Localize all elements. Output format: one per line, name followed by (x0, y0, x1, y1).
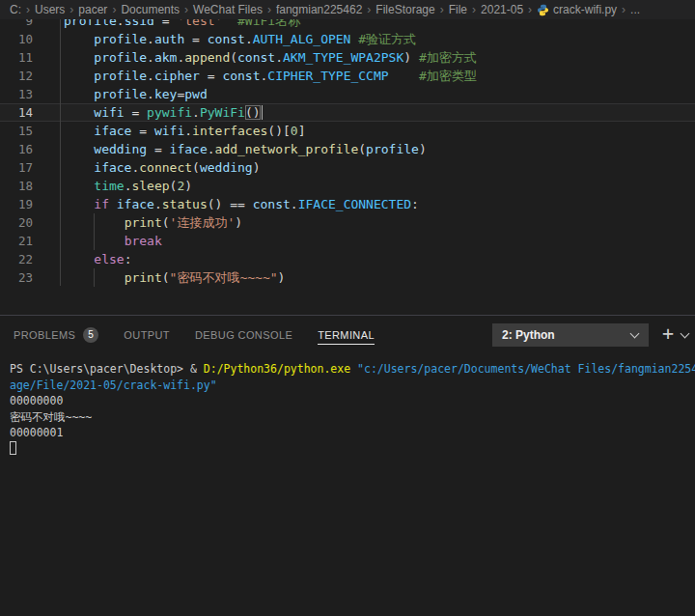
new-terminal-button[interactable]: + (662, 321, 674, 346)
breadcrumb-item[interactable]: Users (35, 3, 65, 16)
problems-count-badge: 5 (83, 327, 98, 343)
code-text: print('连接成功') (64, 213, 242, 232)
breadcrumb-item[interactable]: File (449, 3, 467, 16)
code-text: print("密码不对哦~~~~") (64, 268, 285, 287)
code-line[interactable]: 14 wifi = pywifi.PyWiFi() (0, 103, 695, 122)
chevron-down-icon[interactable] (681, 329, 690, 339)
line-number[interactable]: 17 (0, 158, 33, 177)
terminal-picker-label: 2: Python (502, 328, 555, 342)
line-number[interactable]: 23 (0, 268, 33, 287)
breadcrumb-overflow[interactable]: ... (630, 3, 640, 16)
code-line[interactable]: 19 if iface.status() == const.IFACE_CONN… (0, 195, 695, 213)
line-number[interactable]: 9 (0, 19, 33, 30)
breadcrumb-item[interactable]: Documents (121, 3, 180, 16)
chevron-right-icon: › (107, 3, 121, 16)
code-line[interactable]: 22 else: (0, 250, 695, 268)
bottom-panel: PROBLEMS5OUTPUTDEBUG CONSOLETERMINAL 2: … (0, 315, 695, 616)
code-text: break (64, 232, 162, 250)
line-number[interactable]: 15 (0, 122, 33, 140)
text-cursor (262, 105, 264, 120)
breadcrumb: C:›Users›pacer›Documents›WeChat Files›fa… (0, 0, 695, 19)
line-number[interactable]: 10 (0, 30, 33, 48)
code-line[interactable]: 16 wedding = iface.add_network_profile(p… (0, 140, 695, 158)
panel-tab-label: TERMINAL (318, 325, 375, 345)
terminal-output[interactable]: PS C:\Users\pacer\Desktop> & D:/Python36… (0, 354, 695, 616)
line-number[interactable]: 19 (0, 195, 33, 213)
python-icon (537, 4, 549, 16)
panel-tab-label: PROBLEMS (14, 325, 75, 345)
line-number[interactable]: 21 (0, 232, 33, 250)
panel-tabbar: PROBLEMS5OUTPUTDEBUG CONSOLETERMINAL 2: … (0, 316, 695, 353)
terminal-line: 00000001 (10, 425, 695, 441)
code-text: else: (64, 250, 131, 268)
chevron-right-icon: › (21, 3, 35, 16)
bracket-match: () (245, 105, 261, 120)
breadcrumb-item[interactable]: pacer (78, 3, 107, 16)
line-number[interactable]: 11 (0, 48, 33, 67)
panel-tab-problems[interactable]: PROBLEMS5 (14, 316, 98, 353)
code-line[interactable]: 10 profile.auth = const.AUTH_ALG_OPEN #验… (0, 30, 695, 48)
code-text: wifi = pywifi.PyWiFi() (64, 103, 263, 122)
terminal-line: 00000000 (10, 393, 695, 409)
line-number[interactable]: 13 (0, 85, 33, 103)
code-line[interactable]: 20 print('连接成功') (0, 213, 695, 232)
chevron-right-icon: › (362, 3, 375, 16)
line-number[interactable]: 16 (0, 140, 33, 158)
chevron-right-icon: › (435, 3, 449, 16)
code-editor[interactable]: 9profile.ssid = 'test' #WiFi名称10 profile… (0, 19, 695, 315)
chevron-right-icon: › (65, 3, 78, 16)
terminal-cursor (10, 441, 16, 455)
terminal-line: 密码不对哦~~~~ (10, 409, 695, 426)
terminal-line: age/File/2021-05/crack-wifi.py" (10, 378, 695, 394)
breadcrumb-item[interactable]: fangmian225462 (276, 3, 362, 16)
code-text: time.sleep(2) (64, 177, 192, 195)
panel-tab-output[interactable]: OUTPUT (124, 316, 170, 353)
code-line[interactable]: 13 profile.key=pwd (0, 85, 695, 103)
code-text: profile.akm.append(const.AKM_TYPE_WPA2PS… (64, 48, 477, 67)
code-text: profile.ssid = 'test' #WiFi名称 (64, 19, 300, 30)
chevron-right-icon: › (467, 3, 481, 16)
line-number[interactable]: 20 (0, 213, 33, 232)
code-line[interactable]: 17 iface.connect(wedding) (0, 158, 695, 177)
terminal-line: PS C:\Users\pacer\Desktop> & D:/Python36… (10, 361, 695, 378)
line-number[interactable]: 14 (0, 103, 33, 122)
code-text: wedding = iface.add_network_profile(prof… (64, 140, 427, 158)
code-line[interactable]: 9profile.ssid = 'test' #WiFi名称 (0, 19, 695, 30)
code-text: if iface.status() == const.IFACE_CONNECT… (64, 195, 419, 213)
chevron-right-icon: › (180, 3, 193, 16)
panel-tab-label: OUTPUT (124, 325, 170, 345)
code-line[interactable]: 21 break (0, 232, 695, 250)
code-line[interactable]: 18 time.sleep(2) (0, 177, 695, 195)
line-number[interactable]: 12 (0, 67, 33, 85)
breadcrumb-item[interactable]: WeChat Files (193, 3, 263, 16)
panel-tab-debug-console[interactable]: DEBUG CONSOLE (195, 316, 292, 353)
panel-tab-terminal[interactable]: TERMINAL (318, 316, 375, 353)
breadcrumb-item[interactable]: FileStorage (375, 3, 434, 16)
code-text: profile.cipher = const.CIPHER_TYPE_CCMP … (64, 67, 477, 85)
terminal-picker-dropdown[interactable]: 2: Python (492, 323, 649, 347)
breadcrumb-item-file[interactable]: crack-wifi.py (537, 3, 617, 16)
panel-tab-label: DEBUG CONSOLE (195, 325, 292, 345)
terminal-line (10, 441, 695, 458)
code-line[interactable]: 12 profile.cipher = const.CIPHER_TYPE_CC… (0, 67, 695, 85)
chevron-down-icon (630, 329, 640, 339)
code-text: iface.connect(wedding) (64, 158, 261, 177)
line-number[interactable]: 18 (0, 177, 33, 195)
code-line[interactable]: 15 iface = wifi.interfaces()[0] (0, 122, 695, 140)
chevron-right-icon: › (523, 3, 537, 16)
code-line[interactable]: 23 print("密码不对哦~~~~") (0, 268, 695, 287)
code-text: iface = wifi.interfaces()[0] (64, 122, 306, 140)
breadcrumb-file-label: crack-wifi.py (553, 3, 617, 16)
code-text: profile.auth = const.AUTH_ALG_OPEN #验证方式 (64, 30, 416, 48)
chevron-right-icon: › (263, 3, 276, 16)
chevron-right-icon: › (617, 3, 630, 16)
code-line[interactable]: 11 profile.akm.append(const.AKM_TYPE_WPA… (0, 48, 695, 67)
breadcrumb-item[interactable]: 2021-05 (481, 3, 523, 16)
code-text: profile.key=pwd (64, 85, 208, 103)
line-number[interactable]: 22 (0, 250, 33, 268)
breadcrumb-item[interactable]: C: (10, 3, 21, 16)
